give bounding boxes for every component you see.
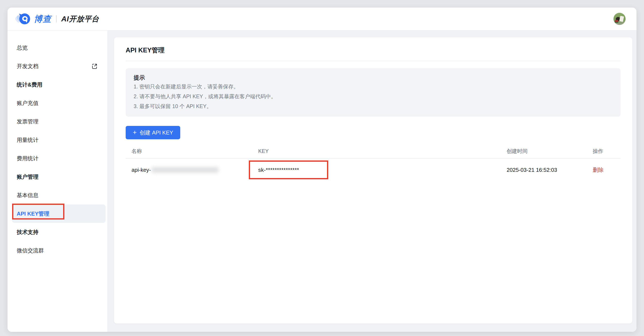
column-header-name: 名称: [126, 148, 258, 154]
sidebar-item-account-recharge[interactable]: 账户充值: [8, 94, 107, 112]
bocha-logo[interactable]: 博查 AI开放平台: [19, 13, 99, 25]
sidebar-item-basic-info[interactable]: 基本信息: [8, 186, 107, 205]
create-api-key-button[interactable]: + 创建 API KEY: [126, 126, 180, 139]
title-divider: [126, 61, 620, 61]
column-header-actions: 操作: [593, 148, 620, 154]
column-header-key: KEY: [258, 148, 507, 154]
sidebar-item-wechat-group[interactable]: 微信交流群: [8, 241, 107, 260]
sidebar-section-stats-fees: 统计&费用: [8, 75, 107, 94]
sidebar-item-label: 开发文档: [17, 63, 38, 70]
sidebar-item-overview[interactable]: 总览: [8, 39, 107, 57]
avatar-watermelon: [615, 20, 618, 22]
tips-item: 1. 密钥只会在新建后显示一次，请妥善保存。: [134, 82, 613, 92]
sidebar-item-fee-stats[interactable]: 费用统计: [8, 149, 107, 167]
sidebar-item-api-key-management[interactable]: API KEY管理: [12, 205, 106, 223]
sidebar-section-tech-support: 技术支持: [8, 223, 107, 241]
table-row: api-key- sk-*************** 2025-03-21 1…: [126, 158, 620, 181]
bocha-logo-icon: [19, 13, 30, 25]
brand-name: 博查: [34, 13, 52, 25]
delete-link[interactable]: 删除: [593, 167, 604, 173]
column-header-created-at: 创建时间: [507, 148, 593, 154]
api-key-table: 名称 KEY 创建时间 操作 api-key- sk-*************…: [126, 146, 620, 181]
api-key-name-cell: api-key-: [126, 167, 258, 173]
user-avatar[interactable]: [614, 13, 626, 25]
content-backdrop: API KEY管理 提示 1. 密钥只会在新建后显示一次，请妥善保存。 2. 请…: [107, 31, 636, 332]
plus-icon: +: [133, 129, 137, 136]
created-at-cell: 2025-03-21 16:52:03: [507, 167, 593, 173]
api-key-name-prefix: api-key-: [132, 167, 151, 173]
page-title: API KEY管理: [126, 37, 620, 54]
brand-separator: [56, 15, 57, 23]
platform-title: AI开放平台: [61, 14, 99, 24]
tips-item: 3. 最多可以保留 10 个 API KEY。: [134, 101, 613, 111]
app-window: 博查 AI开放平台 总览 开发文档 统计&费用 账户充值 发票管理 用量统计 费…: [8, 8, 636, 332]
app-header: 博查 AI开放平台: [8, 8, 636, 31]
create-api-key-label: 创建 API KEY: [140, 129, 173, 136]
external-link-icon: [91, 63, 98, 69]
tips-item: 2. 请不要与他人共享 API KEY，或将其暴露在客户端代码中。: [134, 92, 613, 101]
table-header-row: 名称 KEY 创建时间 操作: [126, 146, 620, 156]
tips-title: 提示: [134, 74, 613, 82]
tips-box: 提示 1. 密钥只会在新建后显示一次，请妥善保存。 2. 请不要与他人共享 AP…: [126, 68, 620, 117]
sidebar-section-account-management: 账户管理: [8, 167, 107, 186]
sidebar-item-usage-stats[interactable]: 用量统计: [8, 131, 107, 149]
api-key-value-cell: sk-***************: [258, 167, 507, 173]
sidebar-item-invoice-management[interactable]: 发票管理: [8, 112, 107, 131]
redacted-name-blur: [152, 167, 218, 173]
sidebar-item-dev-docs[interactable]: 开发文档: [8, 57, 107, 75]
sidebar: 总览 开发文档 统计&费用 账户充值 发票管理 用量统计 费用统计 账户管理 基…: [8, 31, 107, 332]
main-panel: API KEY管理 提示 1. 密钥只会在新建后显示一次，请妥善保存。 2. 请…: [114, 37, 632, 323]
